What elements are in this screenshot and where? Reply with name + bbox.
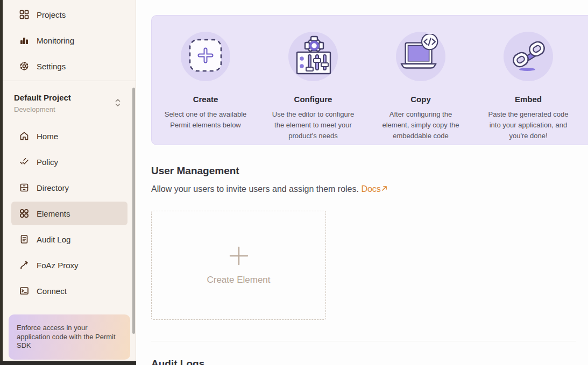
create-element-label: Create Element bbox=[207, 275, 270, 285]
sliders-gear-icon bbox=[288, 32, 338, 81]
sidebar: Projects Monitoring Sett bbox=[0, 0, 136, 365]
section-divider bbox=[151, 341, 576, 341]
step-description: Paste the generated code into your appli… bbox=[483, 109, 573, 141]
connect-terminal-icon bbox=[19, 286, 29, 296]
main-content: Create Select one of the available Permi… bbox=[137, 0, 588, 365]
laptop-code-icon bbox=[396, 32, 445, 81]
sidebar-item-audit-log[interactable]: Audit Log bbox=[11, 226, 127, 252]
docs-link[interactable]: Docs bbox=[361, 184, 387, 194]
project-name: Default Project bbox=[14, 93, 127, 102]
sidebar-item-label: Settings bbox=[37, 62, 66, 71]
step-copy: Copy After configuring the element, simp… bbox=[367, 16, 474, 145]
sidebar-bottom-bar bbox=[0, 361, 136, 365]
chain-link-icon bbox=[504, 32, 553, 81]
step-title: Copy bbox=[410, 95, 431, 104]
sidebar-item-label: Elements bbox=[37, 209, 70, 218]
step-description: Use the editor to configure the element … bbox=[268, 109, 358, 141]
step-configure: Configure Use the editor to configure th… bbox=[259, 16, 367, 145]
sidebar-item-elements[interactable]: Elements bbox=[11, 202, 127, 225]
foaz-proxy-arrow-icon bbox=[19, 260, 29, 270]
sidebar-item-monitoring[interactable]: Monitoring bbox=[11, 27, 127, 53]
plus-icon bbox=[229, 246, 249, 266]
onboarding-steps-banner: Create Select one of the available Permi… bbox=[151, 15, 588, 145]
external-link-arrow-icon bbox=[381, 184, 388, 194]
sidebar-item-policy[interactable]: Policy bbox=[11, 149, 127, 175]
sidebar-item-label: Directory bbox=[37, 183, 69, 192]
chevron-updown-icon bbox=[115, 98, 121, 109]
user-management-description: Allow your users to invite users and ass… bbox=[151, 184, 588, 194]
project-environment: Development bbox=[14, 105, 127, 113]
sidebar-item-label: Policy bbox=[37, 158, 58, 167]
step-title: Embed bbox=[515, 95, 542, 104]
sidebar-item-connect[interactable]: Connect bbox=[11, 278, 127, 304]
step-create: Create Select one of the available Permi… bbox=[152, 16, 259, 145]
create-element-button[interactable]: Create Element bbox=[151, 211, 326, 320]
sidebar-item-label: Home bbox=[37, 132, 58, 141]
dashed-plus-square-icon bbox=[181, 32, 230, 81]
elements-circles-icon bbox=[19, 209, 29, 218]
sidebar-item-directory[interactable]: Directory bbox=[11, 175, 127, 201]
sidebar-item-home[interactable]: Home bbox=[11, 123, 127, 149]
sidebar-item-label: Connect bbox=[37, 287, 67, 296]
user-management-heading: User Management bbox=[151, 165, 588, 177]
sidebar-item-foaz-proxy[interactable]: FoAz Proxy bbox=[11, 252, 127, 278]
sidebar-item-settings[interactable]: Settings bbox=[11, 53, 127, 79]
sdk-promo-card[interactable]: Enforce access in your application code … bbox=[9, 314, 130, 360]
sidebar-scrollbar[interactable] bbox=[132, 88, 135, 334]
sidebar-item-label: FoAz Proxy bbox=[37, 261, 79, 270]
audit-log-document-icon bbox=[19, 234, 29, 244]
directory-cabinet-icon bbox=[19, 183, 29, 192]
step-description: Select one of the available Permit eleme… bbox=[160, 109, 251, 131]
step-title: Configure bbox=[294, 95, 332, 104]
sidebar-item-projects[interactable]: Projects bbox=[11, 2, 127, 27]
sidebar-item-label: Monitoring bbox=[37, 36, 74, 45]
sdk-promo-text: Enforce access in your application code … bbox=[17, 324, 116, 349]
projects-grid-icon bbox=[19, 10, 29, 19]
step-title: Create bbox=[193, 95, 218, 104]
policy-double-check-icon bbox=[19, 157, 29, 167]
monitoring-bars-icon bbox=[19, 35, 29, 45]
home-icon bbox=[19, 131, 29, 141]
sidebar-item-label: Audit Log bbox=[37, 235, 70, 244]
sidebar-item-label: Projects bbox=[37, 10, 66, 19]
audit-logs-heading: Audit Logs bbox=[151, 358, 588, 365]
step-embed: Embed Paste the generated code into your… bbox=[474, 16, 582, 145]
user-management-description-text: Allow your users to invite users and ass… bbox=[151, 184, 361, 194]
settings-gear-icon bbox=[19, 61, 29, 71]
project-selector[interactable]: Default Project Development bbox=[3, 81, 136, 123]
step-description: After configuring the element, simply co… bbox=[376, 109, 466, 141]
